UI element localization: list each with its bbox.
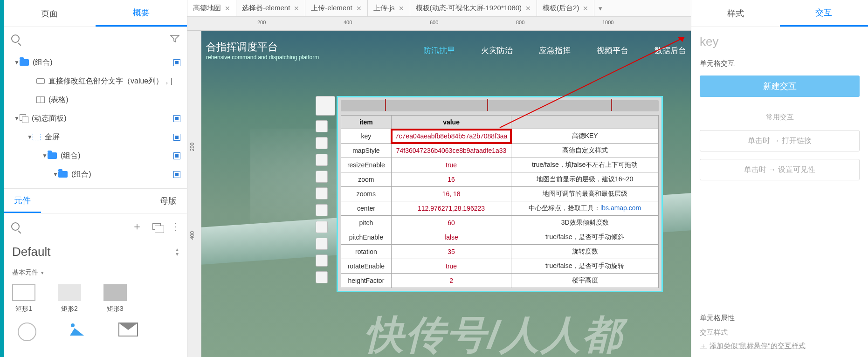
config-table: itemvaluekey7c7ea04aeabfb8eb84b57a2b7088… (341, 115, 659, 288)
add-icon[interactable]: ＋ (132, 220, 142, 233)
tree-item[interactable]: ▼全屏 (4, 128, 187, 146)
more-icon[interactable]: ⋮ (171, 221, 179, 232)
table-row[interactable]: pitch603D效果倾斜度数 (341, 216, 659, 230)
selected-widget-name: key (691, 27, 868, 56)
tree-item[interactable]: (表格) (4, 90, 187, 109)
filter-icon[interactable] (170, 35, 179, 42)
dashed-icon (33, 134, 41, 140)
tree-item[interactable]: 直接修改红色部分文字（value列），| (4, 72, 187, 90)
search-icon[interactable] (11, 222, 20, 231)
resize-handle[interactable] (316, 271, 328, 283)
document-tab[interactable]: 选择器-element✕ (236, 0, 305, 16)
table-row[interactable]: rotation35旋转度数 (341, 245, 659, 259)
envelope-icon[interactable] (118, 323, 138, 336)
ellipse-icon[interactable] (18, 323, 36, 341)
tree-item[interactable]: ▼(组合) (4, 165, 187, 184)
add-ix-style-link[interactable]: ＋添加类似"鼠标悬停"的交互样式 (691, 340, 868, 352)
resize-handle[interactable] (316, 221, 328, 233)
shape-3[interactable]: 矩形3 (103, 284, 127, 313)
document-tab[interactable]: 模板(动态-可视化大屏-1920*1080)✕ (410, 0, 537, 16)
resize-handle[interactable] (316, 137, 328, 149)
tab-overflow[interactable]: ▾ (594, 0, 606, 16)
gridic-icon (36, 96, 45, 103)
canvas[interactable]: 合指挥调度平台 rehensive command and dispatchin… (201, 31, 691, 357)
col-item: item (341, 116, 392, 129)
resize-handle[interactable] (316, 238, 328, 250)
panelic-icon (20, 114, 28, 123)
section-ix-style: 交互样式 (691, 325, 868, 340)
tree-item[interactable]: ▼(动态面板) (4, 109, 187, 128)
nav-link[interactable]: 数据后台 (654, 45, 686, 56)
folder-icon (58, 171, 68, 178)
inspector-panel: 样式 交互 key 单元格交互 新建交互 常用交互 单击时 → 打开链接 单击时… (691, 0, 868, 357)
folder-icon (20, 59, 29, 66)
close-icon[interactable]: ✕ (356, 5, 362, 12)
section-common-ix: 常用交互 (691, 110, 868, 130)
resize-handle[interactable] (316, 154, 328, 166)
nav-link[interactable]: 视频平台 (597, 45, 628, 56)
close-icon[interactable]: ✕ (294, 5, 299, 12)
resize-handle[interactable] (316, 187, 328, 199)
watermark: 快传号/人人都 (365, 309, 623, 357)
canvas-area: 高德地图✕选择器-element✕上传-element✕上传-js✕模板(动态-… (187, 0, 691, 357)
table-row[interactable]: center112.976271,28.196223中心坐标点，拾取工具：lbs… (341, 201, 659, 216)
tab-masters[interactable]: 母版 (150, 189, 187, 213)
state-indicator (173, 152, 180, 159)
shape-2[interactable]: 矩形2 (58, 284, 81, 313)
config-table-widget[interactable]: itemvaluekey7c7ea04aeabfb8eb84b57a2b7088… (337, 96, 663, 292)
tree-item[interactable]: ▼(组合) (4, 146, 187, 165)
preset-click-visibility[interactable]: 单击时 → 设置可见性 (700, 159, 860, 180)
state-indicator (173, 115, 180, 122)
close-icon[interactable]: ✕ (583, 5, 588, 12)
image-icon[interactable] (68, 323, 87, 337)
tab-outline[interactable]: 概要 (96, 0, 187, 27)
outline-tree: ▼(组合)直接修改红色部分文字（value列），|(表格)▼(动态面板)▼全屏▼… (4, 50, 187, 188)
resize-handle[interactable] (316, 171, 328, 183)
library-select[interactable]: Default ▴▾ (4, 240, 187, 264)
close-icon[interactable]: ✕ (225, 5, 230, 12)
nav-link[interactable]: 防汛抗旱 (423, 45, 455, 56)
hero-title: 合指挥调度平台 (201, 40, 319, 54)
document-tab[interactable]: 上传-js✕ (368, 0, 410, 16)
state-indicator (173, 134, 180, 141)
document-tab[interactable]: 上传-element✕ (305, 0, 367, 16)
tab-pages[interactable]: 页面 (4, 0, 96, 27)
nav-link[interactable]: 火灾防治 (481, 45, 513, 56)
ruler-vertical: 200400 (187, 31, 201, 357)
tab-style[interactable]: 样式 (691, 0, 780, 27)
close-icon[interactable]: ✕ (399, 5, 404, 12)
section-cell-ix: 单元格交互 (691, 56, 868, 71)
table-row[interactable]: resizeEnabletruetrue/false，填false不左右上下可拖… (341, 158, 659, 172)
resize-handle[interactable] (316, 254, 328, 267)
resize-handle[interactable] (316, 96, 335, 116)
table-row[interactable]: rotateEnabletruetrue/false，是否可手动旋转 (341, 259, 659, 274)
table-row[interactable]: heightFactor2楼宇高度 (341, 274, 659, 288)
tab-interactions[interactable]: 交互 (780, 0, 868, 27)
preset-click-openlink[interactable]: 单击时 → 打开链接 (700, 130, 860, 151)
table-row[interactable]: key7c7ea04aeabfb8eb84b57a2b7088f3aa高德KEY (341, 129, 659, 144)
hero-subtitle: rehensive command and dispatching platfo… (201, 54, 319, 61)
table-row[interactable]: pitchEnablefalsetrue/false，是否可手动倾斜 (341, 230, 659, 245)
nav-link[interactable]: 应急指挥 (539, 45, 571, 56)
section-cell-props: 单元格属性 (691, 311, 868, 325)
library-icon[interactable] (152, 223, 161, 230)
table-row[interactable]: mapStyle74f36047236b4063ce8b9afaadfe1a33… (341, 144, 659, 158)
document-tab[interactable]: 高德地图✕ (187, 0, 236, 16)
table-row[interactable]: zooms16, 18地图可调节的最高和最低层级 (341, 187, 659, 201)
col-value: value (391, 116, 511, 129)
resize-handle[interactable] (316, 204, 328, 216)
slider[interactable] (341, 100, 659, 111)
document-tab[interactable]: 模板(后台2)✕ (537, 0, 594, 16)
shape-1[interactable]: 矩形1 (12, 284, 35, 313)
resize-handle[interactable] (316, 120, 328, 132)
document-tabs: 高德地图✕选择器-element✕上传-element✕上传-js✕模板(动态-… (187, 0, 691, 17)
search-icon[interactable] (11, 34, 20, 43)
state-indicator (173, 171, 180, 178)
new-interaction-button[interactable]: 新建交互 (700, 76, 860, 97)
table-row[interactable]: zoom16地图当前显示的层级，建议16~20 (341, 172, 659, 187)
close-icon[interactable]: ✕ (525, 5, 531, 12)
tree-item[interactable]: ▼(组合) (4, 53, 187, 72)
shape-row: 矩形1矩形2矩形3 (4, 281, 187, 313)
tab-widgets[interactable]: 元件 (4, 189, 41, 213)
section-basic[interactable]: 基本元件 (4, 264, 187, 281)
